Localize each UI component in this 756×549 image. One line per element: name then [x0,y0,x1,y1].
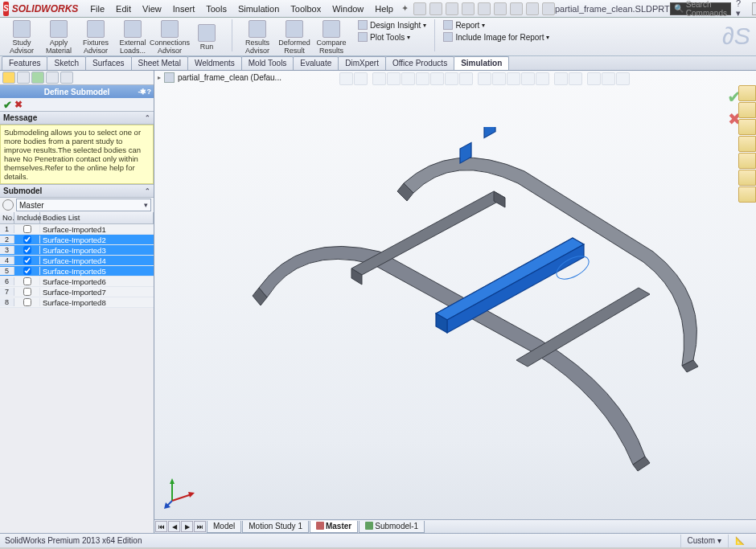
view-tool-icon[interactable] [554,72,568,85]
tab-simulation[interactable]: Simulation [454,56,509,70]
view-tool-icon[interactable] [416,72,429,85]
table-row[interactable]: 7Surface-Imported7 [0,287,154,297]
pm-tab-feature-icon[interactable] [2,72,15,84]
tab-office-products[interactable]: Office Products [385,56,454,70]
search-icon[interactable] [2,199,14,211]
qat-rebuild-icon[interactable] [510,2,523,15]
view-tool-icon[interactable] [372,72,386,85]
taskpane-sw-resources-icon[interactable] [738,85,756,101]
pm-tab-dim-icon[interactable] [46,72,59,84]
message-section-header[interactable]: Message ⌃ [0,112,154,125]
pin-icon[interactable]: -✱? [138,88,152,96]
bottom-tab-motion-study-1[interactable]: Motion Study 1 [242,521,309,533]
taskpane-view-palette-icon[interactable] [738,136,756,152]
ribbon-plot-tools[interactable]: Plot Tools ▾ [356,31,428,43]
view-tool-icon[interactable] [445,72,458,85]
taskpane-appearances-icon[interactable] [738,153,756,169]
tab-sheet-metal[interactable]: Sheet Metal [131,56,188,70]
bottom-tab-model[interactable]: Model [207,521,241,533]
parent-study-dropdown[interactable]: Master [16,199,151,211]
tab-nav-first[interactable]: ⏮ [155,521,167,532]
include-checkbox[interactable] [23,288,31,296]
qat-open-icon[interactable] [429,2,442,15]
menu-edit[interactable]: Edit [110,2,137,16]
include-checkbox[interactable] [23,267,31,275]
view-tool-icon[interactable] [492,72,506,85]
graphics-viewport[interactable]: ▸ partial_frame_clean (Defau... ✔ ✖ [154,71,756,533]
menu-file[interactable]: File [84,2,110,16]
tab-weldments[interactable]: Weldments [187,56,242,70]
view-tool-icon[interactable] [616,72,630,85]
menu-window[interactable]: Window [327,2,369,16]
help-icon[interactable]: ? ▾ [736,0,741,18]
qat-new-icon[interactable] [413,2,426,15]
tab-evaluate[interactable]: Evaluate [293,56,339,70]
view-tool-icon[interactable] [430,72,444,85]
menu-view[interactable]: View [137,2,167,16]
ribbon-run[interactable]: Run [188,23,225,51]
qat-undo-icon[interactable] [478,2,491,15]
bottom-tab-master[interactable]: Master [310,521,358,533]
ribbon-results[interactable]: ResultsAdvisor [239,19,276,55]
pm-tab-sim-icon[interactable] [60,72,73,84]
menu-simulation[interactable]: Simulation [232,2,285,16]
table-row[interactable]: 1Surface-Imported1 [0,224,154,235]
menu-star-icon[interactable]: ✦ [401,3,409,14]
table-row[interactable]: 4Surface-Imported4 [0,256,154,266]
include-checkbox[interactable] [23,236,31,244]
ribbon-connections[interactable]: ConnectionsAdvisor [151,19,188,55]
crumb-label[interactable]: partial_frame_clean (Defau... [178,73,281,82]
search-input[interactable]: 🔍 Search Commands [670,2,731,15]
table-row[interactable]: 3Surface-Imported3 [0,245,154,256]
view-tool-icon[interactable] [587,72,601,85]
ribbon-external[interactable]: ExternalLoads... [114,19,151,55]
view-tool-icon[interactable] [507,72,520,85]
ribbon-deformed[interactable]: DeformedResult [276,19,313,55]
table-row[interactable]: 5Surface-Imported5 [0,266,154,277]
tab-surfaces[interactable]: Surfaces [85,56,131,70]
taskpane-design-lib-icon[interactable] [738,102,756,118]
view-tool-icon[interactable] [459,72,473,85]
cancel-button[interactable]: ✖ [14,99,23,110]
view-tool-icon[interactable] [602,72,615,85]
include-checkbox[interactable] [23,277,31,285]
qat-save-icon[interactable] [446,2,458,15]
view-tool-icon[interactable] [569,72,582,85]
tab-nav-next[interactable]: ▶ [181,521,193,532]
ribbon-design-insight[interactable]: Design Insight ▾ [356,19,428,31]
tab-features[interactable]: Features [2,56,47,70]
tab-sketch[interactable]: Sketch [47,56,86,70]
menu-insert[interactable]: Insert [167,2,201,16]
view-tool-icon[interactable] [401,72,415,85]
include-checkbox[interactable] [23,246,31,254]
include-checkbox[interactable] [23,225,31,233]
menu-toolbox[interactable]: Toolbox [285,2,327,16]
table-row[interactable]: 8Surface-Imported8 [0,297,154,308]
qat-options-icon[interactable] [526,2,539,15]
qat-redo-icon[interactable] [494,2,507,15]
ribbon-report[interactable]: Report ▾ [442,19,551,31]
ok-button[interactable]: ✔ [3,99,12,111]
taskpane-file-explorer-icon[interactable] [738,119,756,135]
tab-mold-tools[interactable]: Mold Tools [241,56,294,70]
table-row[interactable]: 2Surface-Imported2 [0,235,154,245]
ribbon-study[interactable]: StudyAdvisor [3,19,40,55]
menu-help[interactable]: Help [369,2,399,16]
tab-nav-last[interactable]: ⏭ [194,521,206,532]
minimize-button[interactable]: － [752,2,756,15]
tab-dimxpert[interactable]: DimXpert [338,56,386,70]
crumb-expand-icon[interactable]: ▸ [158,74,161,81]
orientation-triad[interactable] [164,477,196,509]
include-checkbox[interactable] [23,298,31,306]
ribbon-apply[interactable]: ApplyMaterial [40,19,77,55]
view-tool-icon[interactable] [536,72,549,85]
submodel-section-header[interactable]: Submodel ⌃ [0,185,154,198]
pm-tab-config-icon[interactable] [17,72,30,84]
qat-more-icon[interactable] [542,2,555,15]
ribbon-fixtures[interactable]: FixturesAdvisor [77,19,114,55]
view-tool-icon[interactable] [521,72,535,85]
view-tool-icon[interactable] [478,72,491,85]
qat-print-icon[interactable] [462,2,475,15]
table-row[interactable]: 6Surface-Imported6 [0,277,154,287]
pm-tab-display-icon[interactable] [31,72,44,84]
